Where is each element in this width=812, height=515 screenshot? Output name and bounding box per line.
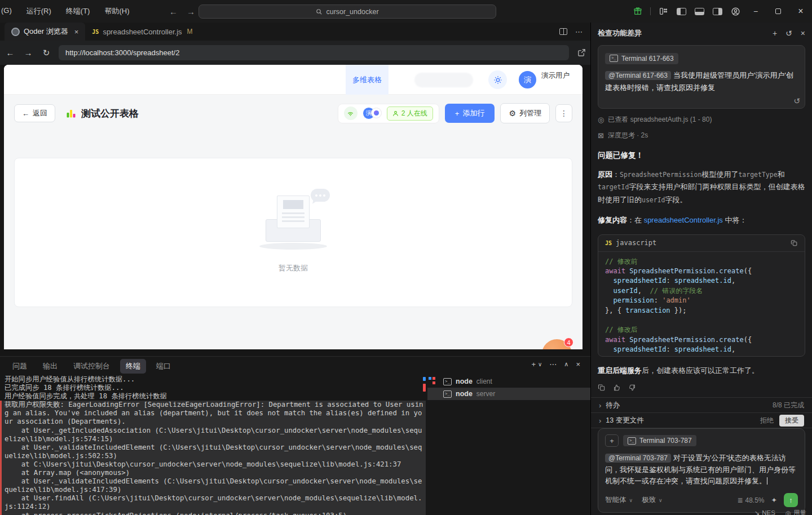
editor-more-icon[interactable]: ⋯ <box>575 28 582 36</box>
tab-problems[interactable]: 问题 <box>7 359 33 374</box>
menu-item-partial[interactable]: (G) <box>1 6 12 16</box>
web-page: 多维表格 演 演示用户 ← 返回 测试公开表格 <box>4 65 582 349</box>
arrow-left-icon: ← <box>22 109 29 118</box>
more-options-button[interactable]: ⋮ <box>555 104 572 122</box>
thumbs-down-icon[interactable] <box>628 384 636 392</box>
tab-output[interactable]: 输出 <box>37 359 63 374</box>
url-input[interactable]: http://localhost:3000/spreadsheet/2 <box>59 45 569 60</box>
code-line: permission: 'admin' <box>605 296 798 305</box>
history-forward-icon[interactable]: → <box>187 7 195 16</box>
customize-layout-icon[interactable] <box>656 4 670 19</box>
status-nes[interactable]: ↘NES <box>754 509 775 515</box>
overview-ruler-error-mark <box>423 384 426 392</box>
code-token: permission <box>605 296 654 304</box>
browser-back-icon[interactable]: ← <box>2 45 18 61</box>
panel-more-icon[interactable]: ⋯ <box>549 360 557 369</box>
menu-item-run[interactable]: 运行(R) <box>27 6 51 16</box>
terminal-item-server[interactable]: >_ node server <box>427 388 590 400</box>
history-icon[interactable]: ↺ <box>785 29 792 38</box>
toggle-sidebar-left-icon[interactable] <box>674 4 689 19</box>
tab-spreadsheet-controller[interactable]: JS spreadsheetController.js M <box>85 23 199 41</box>
tab-debug-console[interactable]: 调试控制台 <box>68 359 116 374</box>
terminal-icon: >_ <box>628 437 636 445</box>
toggle-panel-icon[interactable] <box>692 4 707 19</box>
context-bars-icon: ≣ <box>737 496 743 504</box>
terminal-mention[interactable]: @Terminal 617-663 <box>605 71 671 80</box>
tab-ports[interactable]: 端口 <box>151 359 176 374</box>
thumbs-up-icon[interactable] <box>613 384 621 392</box>
terminal-status-mark-blue <box>429 377 431 380</box>
model-level-dropdown[interactable]: 极致∨ <box>642 495 663 505</box>
browser-favicon <box>11 28 20 36</box>
code-language-label: javascript <box>616 239 656 247</box>
new-terminal-icon[interactable]: + <box>531 360 536 369</box>
user-message-text: @Terminal 617-663当我使用超级管理员用户'演示用户'创建表格时报… <box>605 69 798 94</box>
gift-icon[interactable] <box>630 4 645 19</box>
chat-input[interactable]: @Terminal 703-787对于设置为'公开'状态的表格无法访问，我怀疑是… <box>605 452 798 487</box>
text-segment: 模型使用了 <box>701 170 738 179</box>
browser-reload-icon[interactable]: ↻ <box>38 45 54 61</box>
terminal-item-client[interactable]: >_ node client <box>427 375 590 388</box>
closing-paragraph: 重启后端服务后，创建表格应该可以正常工作了。 <box>598 365 805 377</box>
tab-qoder-browser[interactable]: Qoder 浏览器 × <box>5 23 85 41</box>
terminal-context-chip[interactable]: >_ Terminal 703-787 <box>623 435 696 446</box>
todo-row[interactable]: › 待办 8/8 已完成 <box>591 398 812 413</box>
terminal-output[interactable]: 开始同步用户经验值从排行榜统计数据...已完成同步 18 条排行榜统计数据...… <box>0 375 426 515</box>
notification-bell-button[interactable]: 4 <box>542 339 572 349</box>
terminal-context-chip[interactable]: >_ Terminal 617-663 <box>605 53 678 64</box>
open-external-icon[interactable] <box>573 45 589 61</box>
file-link[interactable]: spreadsheetController.js <box>644 216 723 224</box>
add-row-button[interactable]: + 添加行 <box>445 104 495 123</box>
reject-button[interactable]: 拒绝 <box>760 416 774 425</box>
terminal-mention[interactable]: @Terminal 703-787 <box>605 454 671 463</box>
tab-terminal[interactable]: 终端 <box>120 359 146 374</box>
back-button[interactable]: ← 返回 <box>14 104 55 122</box>
copy-code-icon[interactable] <box>791 239 798 247</box>
empty-state-illustration <box>257 194 330 251</box>
browser-forward-icon[interactable]: → <box>20 45 36 61</box>
avatar[interactable]: 演 <box>519 71 536 88</box>
status-usage[interactable]: ◎用量 <box>785 509 806 515</box>
deep-thinking-row[interactable]: ⊠ 深度思考 · 2s <box>598 131 805 140</box>
agent-mode-dropdown[interactable]: 智能体∨ <box>605 495 633 505</box>
close-assistant-icon[interactable]: × <box>801 29 805 38</box>
code-token: , <box>687 356 699 357</box>
send-button[interactable]: ↑ <box>784 493 798 507</box>
collaborator-avatars: 演 <box>363 107 382 119</box>
accept-button[interactable]: 接受 <box>779 415 804 427</box>
theme-toggle-button[interactable] <box>488 70 507 89</box>
javascript-icon: JS <box>92 29 99 35</box>
tab-close-icon[interactable]: × <box>74 28 79 36</box>
menu-item-terminal[interactable]: 终端(T) <box>66 6 90 16</box>
changed-files-row[interactable]: › 13 变更文件 拒绝 接受 <box>591 413 812 428</box>
close-panel-icon[interactable]: × <box>576 360 580 369</box>
terminal-dropdown-icon[interactable]: ∨ <box>538 361 542 367</box>
nav-item-spreadsheet[interactable]: 多维表格 <box>346 65 389 95</box>
chat-input-card[interactable]: + >_ Terminal 703-787 @Terminal 703-787对… <box>598 428 805 513</box>
maximize-button[interactable] <box>767 0 789 23</box>
command-search-input[interactable]: cursor_undocker <box>198 5 496 19</box>
account-icon[interactable] <box>728 4 743 19</box>
url-value: http://localhost:3000/spreadsheet/2 <box>65 48 179 57</box>
ai-assistant-panel: 检查功能差异 + ↺ × >_ Terminal 617-663 @Termin… <box>590 23 812 515</box>
bot-avatar <box>371 108 382 118</box>
restore-checkpoint-icon[interactable]: ↺ <box>793 96 800 105</box>
minimize-button[interactable]: − <box>744 0 767 23</box>
new-chat-icon[interactable]: + <box>773 29 777 38</box>
toggle-sidebar-right-icon[interactable] <box>710 4 725 19</box>
maximize-panel-icon[interactable]: ∧ <box>564 361 568 368</box>
speech-bubble-icon <box>311 189 330 202</box>
code-token: await <box>605 336 629 344</box>
menu-item-help[interactable]: 帮助(H) <box>104 6 129 16</box>
code-line: // 修改后 <box>605 325 798 335</box>
close-button[interactable]: × <box>789 0 812 23</box>
viewed-file-row[interactable]: ◎ 已查看 spreadsheetAuth.js (1 - 80) <box>598 115 805 125</box>
code-token: await <box>605 267 629 275</box>
history-back-icon[interactable]: ← <box>169 7 178 16</box>
data-table-card: 暂无数据 <box>14 158 572 307</box>
column-manage-button[interactable]: ⚙ 列管理 <box>500 103 550 123</box>
copy-response-icon[interactable] <box>598 384 606 392</box>
add-context-button[interactable]: + <box>605 434 619 447</box>
split-editor-icon[interactable] <box>559 28 567 35</box>
enhance-prompt-icon[interactable]: ✦ <box>771 496 777 504</box>
